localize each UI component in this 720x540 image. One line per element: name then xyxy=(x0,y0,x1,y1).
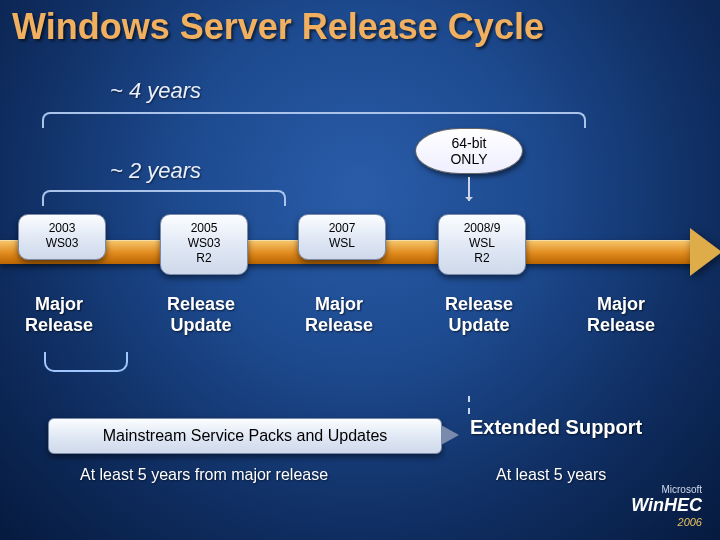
marker-prod: WSL xyxy=(329,236,355,250)
marker-chip: 2005 WS03 R2 xyxy=(160,214,248,275)
brace-4-years xyxy=(42,112,586,128)
mainstream-label: Mainstream Service Packs and Updates xyxy=(103,427,388,444)
span-2-years: ~ 2 years xyxy=(110,158,201,184)
marker-2005: 2005 WS03 R2 xyxy=(160,214,238,275)
release-label-0: MajorRelease xyxy=(4,294,114,335)
marker-prod: WS03 xyxy=(188,236,221,250)
winhec-logo: Microsoft WinHEC 2006 xyxy=(631,484,702,528)
marker-chip: 2003 WS03 xyxy=(18,214,106,260)
marker-prod: WSL xyxy=(469,236,495,250)
logo-win: WinHEC xyxy=(631,495,702,516)
marker-chip: 2008/9 WSL R2 xyxy=(438,214,526,275)
extended-subtitle: At least 5 years xyxy=(496,466,606,484)
callout-64bit: 64-bit ONLY xyxy=(415,128,523,174)
callout-line1: 64-bit xyxy=(451,135,486,151)
mainstream-band: Mainstream Service Packs and Updates xyxy=(48,418,442,454)
page-title: Windows Server Release Cycle xyxy=(12,6,544,48)
marker-extra: R2 xyxy=(196,251,211,265)
release-label-1: ReleaseUpdate xyxy=(146,294,256,335)
logo-year: 2006 xyxy=(631,516,702,528)
marker-year: 2003 xyxy=(49,221,76,235)
mainstream-subtitle: At least 5 years from major release xyxy=(80,466,328,484)
marker-year: 2005 xyxy=(191,221,218,235)
release-label-2: MajorRelease xyxy=(284,294,394,335)
brace-2-years xyxy=(42,190,286,206)
marker-year: 2007 xyxy=(329,221,356,235)
release-label-4: MajorRelease xyxy=(566,294,676,335)
release-label-3: ReleaseUpdate xyxy=(424,294,534,335)
marker-year: 2008/9 xyxy=(464,221,501,235)
marker-2007: 2007 WSL xyxy=(298,214,376,260)
brace-major-to-update xyxy=(44,352,128,372)
marker-chip: 2007 WSL xyxy=(298,214,386,260)
marker-extra: R2 xyxy=(474,251,489,265)
marker-2008-9: 2008/9 WSL R2 xyxy=(438,214,516,275)
marker-2003: 2003 WS03 xyxy=(18,214,96,260)
marker-prod: WS03 xyxy=(46,236,79,250)
extended-band: Extended Support xyxy=(470,416,682,439)
divider-dash xyxy=(468,396,470,414)
logo-ms: Microsoft xyxy=(631,484,702,495)
callout-line2: ONLY xyxy=(450,151,487,167)
timeline-head-icon xyxy=(690,228,720,276)
mainstream-arrow-icon xyxy=(441,426,457,444)
span-4-years: ~ 4 years xyxy=(110,78,201,104)
